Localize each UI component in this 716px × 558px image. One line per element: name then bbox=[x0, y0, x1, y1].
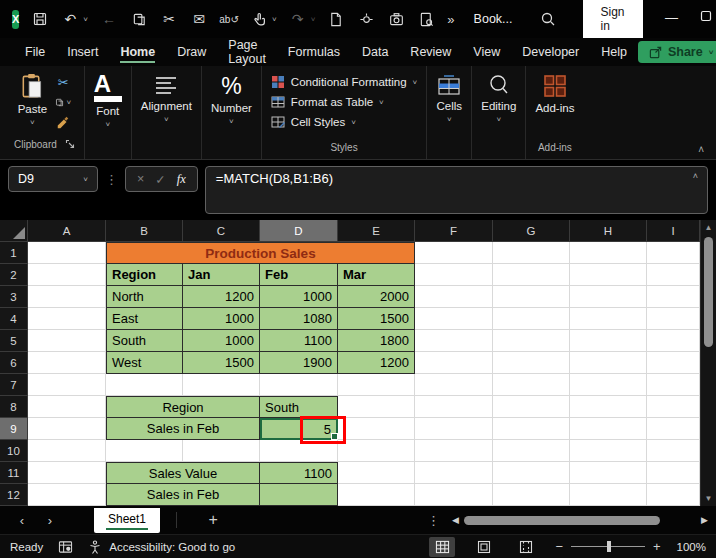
cell-I4[interactable] bbox=[647, 308, 700, 330]
formula-input[interactable]: =MATCH(D8,B1:B6) ˄ bbox=[205, 166, 708, 214]
cell-H2[interactable] bbox=[570, 264, 647, 286]
cell-H7[interactable] bbox=[570, 374, 647, 396]
cell-C3[interactable]: 1200 bbox=[183, 286, 260, 308]
cancel-entry-icon[interactable]: × bbox=[137, 172, 144, 186]
zoom-slider-thumb[interactable] bbox=[607, 541, 611, 552]
tab-bar-options-icon[interactable]: ⋮ bbox=[427, 513, 440, 528]
cell-A3[interactable] bbox=[28, 286, 106, 308]
formula-bar-collapse-icon[interactable]: ˄ bbox=[693, 171, 698, 181]
next-sheet-icon[interactable]: › bbox=[36, 513, 64, 528]
column-header-H[interactable]: H bbox=[570, 220, 647, 242]
row-header-4[interactable]: 4 bbox=[0, 308, 28, 330]
cell-H10[interactable] bbox=[570, 440, 647, 462]
tab-formulas[interactable]: Formulas bbox=[277, 40, 351, 64]
cell-F1[interactable] bbox=[415, 242, 493, 264]
cell-I8[interactable] bbox=[647, 396, 700, 418]
scroll-down-icon[interactable]: ▼ bbox=[705, 494, 713, 503]
cell-styles-button[interactable]: Cell Styles ˅ bbox=[271, 115, 356, 129]
cell-F2[interactable] bbox=[415, 264, 493, 286]
cell-G6[interactable] bbox=[493, 352, 570, 374]
cell-I2[interactable] bbox=[647, 264, 700, 286]
cell-C2[interactable]: Jan bbox=[183, 264, 260, 286]
accessibility-status[interactable]: Accessibility: Good to go bbox=[109, 541, 235, 553]
horizontal-scrollbar[interactable]: ◀ ▶ bbox=[452, 515, 708, 525]
cell-F10[interactable] bbox=[415, 440, 493, 462]
cell-D2[interactable]: Feb bbox=[260, 264, 338, 286]
row-header-10[interactable]: 10 bbox=[0, 440, 28, 462]
column-header-C[interactable]: C bbox=[183, 220, 260, 242]
more-commands-icon[interactable]: » bbox=[447, 12, 455, 27]
row-header-2[interactable]: 2 bbox=[0, 264, 28, 286]
document-inspect-icon[interactable] bbox=[417, 10, 435, 28]
new-file-icon[interactable] bbox=[327, 10, 345, 28]
cell-D12[interactable] bbox=[260, 484, 338, 506]
cell-I7[interactable] bbox=[647, 374, 700, 396]
cell-C5[interactable]: 1000 bbox=[183, 330, 260, 352]
tab-review[interactable]: Review bbox=[399, 40, 462, 64]
cell-A6[interactable] bbox=[28, 352, 106, 374]
cell-I10[interactable] bbox=[647, 440, 700, 462]
cell-E8[interactable] bbox=[338, 396, 415, 418]
find-replace-icon[interactable]: ab↺ bbox=[220, 10, 238, 28]
cell-B2[interactable]: Region bbox=[106, 264, 183, 286]
cell-B7[interactable] bbox=[106, 374, 183, 396]
row-header-8[interactable]: 8 bbox=[0, 396, 28, 418]
cell-sales-value-D11[interactable]: 1100 bbox=[260, 462, 338, 484]
cell-E3[interactable]: 2000 bbox=[338, 286, 415, 308]
cell-H3[interactable] bbox=[570, 286, 647, 308]
vertical-scrollbar[interactable]: ▲ ▼ bbox=[700, 220, 716, 506]
cell-E2[interactable]: Mar bbox=[338, 264, 415, 286]
zoom-out-button[interactable]: − bbox=[555, 539, 563, 554]
tab-insert[interactable]: Insert bbox=[56, 40, 109, 64]
cell-G4[interactable] bbox=[493, 308, 570, 330]
addins-button[interactable]: Add-ins bbox=[535, 73, 574, 114]
row-header-9[interactable]: 9 bbox=[0, 418, 28, 440]
cell-region-value-D8[interactable]: South bbox=[260, 396, 338, 418]
insert-function-button[interactable]: fx bbox=[177, 172, 186, 187]
editing-button[interactable]: Editing ˅ bbox=[481, 73, 516, 124]
cell-I1[interactable] bbox=[647, 242, 700, 264]
cell-A9[interactable] bbox=[28, 418, 106, 440]
cell-A5[interactable] bbox=[28, 330, 106, 352]
cell-F12[interactable] bbox=[415, 484, 493, 506]
cell-D5[interactable]: 1100 bbox=[260, 330, 338, 352]
confirm-entry-icon[interactable]: ✓ bbox=[155, 172, 165, 187]
zoom-level[interactable]: 100% bbox=[677, 541, 706, 553]
format-painter-button[interactable] bbox=[55, 115, 71, 129]
copy-button[interactable]: ˅ bbox=[55, 95, 71, 109]
cell-B3[interactable]: North bbox=[106, 286, 183, 308]
cut-button[interactable]: ✂ bbox=[55, 75, 71, 89]
cell-E6[interactable]: 1200 bbox=[338, 352, 415, 374]
cell-G7[interactable] bbox=[493, 374, 570, 396]
cell-active-D9[interactable]: 5 bbox=[260, 418, 338, 440]
camera-icon[interactable] bbox=[387, 10, 405, 28]
pin-icon[interactable] bbox=[357, 10, 375, 28]
column-header-D[interactable]: D bbox=[260, 220, 338, 242]
cell-C6[interactable]: 1500 bbox=[183, 352, 260, 374]
cell-I6[interactable] bbox=[647, 352, 700, 374]
collapse-ribbon-icon[interactable]: ˄ bbox=[698, 144, 704, 155]
row-header-5[interactable]: 5 bbox=[0, 330, 28, 352]
tab-view[interactable]: View bbox=[462, 40, 511, 64]
format-as-table-button[interactable]: Format as Table ˅ bbox=[271, 95, 384, 109]
macro-record-icon[interactable] bbox=[58, 540, 73, 554]
cell-E4[interactable]: 1500 bbox=[338, 308, 415, 330]
page-layout-view-button[interactable] bbox=[471, 537, 497, 557]
cell-H5[interactable] bbox=[570, 330, 647, 352]
cell-D4[interactable]: 1080 bbox=[260, 308, 338, 330]
cell-G2[interactable] bbox=[493, 264, 570, 286]
column-header-G[interactable]: G bbox=[493, 220, 570, 242]
cell-F3[interactable] bbox=[415, 286, 493, 308]
font-button[interactable]: A Font ˅ bbox=[94, 73, 122, 129]
cell-D10[interactable] bbox=[260, 440, 338, 462]
cell-feb-label-B12[interactable]: Sales in Feb bbox=[106, 484, 260, 506]
cell-E11[interactable] bbox=[338, 462, 415, 484]
cell-A2[interactable] bbox=[28, 264, 106, 286]
cell-G9[interactable] bbox=[493, 418, 570, 440]
email-icon[interactable]: ✉ bbox=[190, 10, 208, 28]
cell-E12[interactable] bbox=[338, 484, 415, 506]
horizontal-scrollbar-thumb[interactable] bbox=[464, 516, 660, 525]
clipboard-dialog-launcher-icon[interactable] bbox=[65, 135, 75, 153]
sheet-tab-sheet1[interactable]: Sheet1 bbox=[94, 508, 160, 533]
tab-data[interactable]: Data bbox=[351, 40, 399, 64]
